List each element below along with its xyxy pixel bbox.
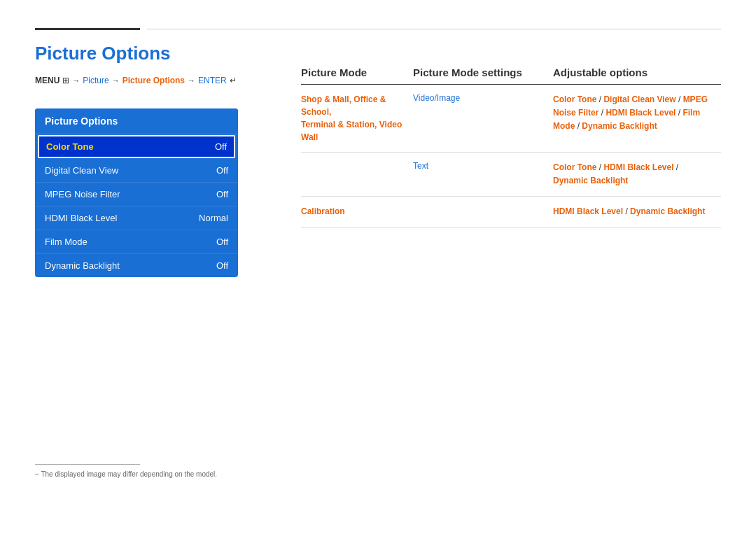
row1-settings: Video/Image xyxy=(413,93,553,103)
row1-adj-digital-clean-view: Digital Clean View xyxy=(603,94,676,104)
panel-box: Picture Options Color Tone Off Digital C… xyxy=(35,108,238,277)
row2-adj-hdmi: HDMI Black Level xyxy=(603,162,673,172)
row3-adj-hdmi: HDMI Black Level xyxy=(553,206,623,216)
color-tone-value: Off xyxy=(215,141,227,152)
bottom-note-text: − The displayed image may differ dependi… xyxy=(35,470,217,478)
row1-adj-sep2: / xyxy=(678,94,683,104)
row2-adj-sep2: / xyxy=(676,162,678,172)
film-mode-label: Film Mode xyxy=(45,237,88,247)
row2-adj-dynamic-backlight: Dynamic Backlight xyxy=(553,176,628,185)
table-header: Picture Mode Picture Mode settings Adjus… xyxy=(301,66,721,85)
divider-long xyxy=(147,29,721,29)
menu-item-mpeg-noise-filter[interactable]: MPEG Noise Filter Off xyxy=(35,183,238,206)
right-table: Picture Mode Picture Mode settings Adjus… xyxy=(301,66,721,228)
header-picture-mode-settings: Picture Mode settings xyxy=(413,66,553,78)
digital-clean-view-value: Off xyxy=(216,165,228,176)
row3-mode-text: Calibration xyxy=(301,206,345,216)
panel-header: Picture Options xyxy=(35,108,238,134)
bottom-note-divider xyxy=(35,464,140,465)
menu-item-color-tone[interactable]: Color Tone Off xyxy=(38,135,235,158)
color-tone-label: Color Tone xyxy=(46,141,94,152)
menu-item-digital-clean-view[interactable]: Digital Clean View Off xyxy=(35,159,238,183)
row2-adj-color-tone: Color Tone xyxy=(553,162,596,172)
table-row-1: Shop & Mall, Office & School,Terminal & … xyxy=(301,85,721,153)
row1-adjustable: Color Tone / Digital Clean View / MPEG N… xyxy=(553,93,721,134)
breadcrumb-arrow-2: → xyxy=(112,76,120,85)
dynamic-backlight-value: Off xyxy=(216,260,228,271)
row1-adj-hdmi: HDMI Black Level xyxy=(606,108,676,118)
breadcrumb-enter-icon: ↵ xyxy=(230,76,237,85)
bottom-note: − The displayed image may differ dependi… xyxy=(35,464,217,478)
page-title: Picture Options xyxy=(35,43,721,64)
row2-adjustable: Color Tone / HDMI Black Level / Dynamic … xyxy=(553,161,721,188)
table-row-3: Calibration HDMI Black Level / Dynamic B… xyxy=(301,197,721,227)
mpeg-noise-filter-value: Off xyxy=(216,189,228,199)
row1-settings-text: Video/Image xyxy=(413,93,460,103)
breadcrumb-arrow-3: → xyxy=(188,76,195,85)
row1-adj-color-tone: Color Tone xyxy=(553,94,596,104)
row1-adj-dynamic-backlight: Dynamic Backlight xyxy=(582,121,657,131)
row3-adj-dynamic-backlight: Dynamic Backlight xyxy=(630,206,705,216)
divider-short xyxy=(35,28,140,30)
digital-clean-view-label: Digital Clean View xyxy=(45,165,118,176)
mpeg-noise-filter-label: MPEG Noise Filter xyxy=(45,189,120,199)
menu-item-hdmi-black-level[interactable]: HDMI Black Level Normal xyxy=(35,206,238,230)
menu-item-dynamic-backlight[interactable]: Dynamic Backlight Off xyxy=(35,254,238,277)
top-dividers xyxy=(35,28,721,30)
row1-mode: Shop & Mall, Office & School,Terminal & … xyxy=(301,93,413,143)
table-row-2: Text Color Tone / HDMI Black Level / Dyn… xyxy=(301,153,721,197)
hdmi-black-level-label: HDMI Black Level xyxy=(45,213,117,223)
hdmi-black-level-value: Normal xyxy=(199,213,228,223)
row3-adjustable: HDMI Black Level / Dynamic Backlight xyxy=(553,205,721,218)
row2-settings-text: Text xyxy=(413,161,428,171)
film-mode-value: Off xyxy=(216,237,228,247)
breadcrumb-arrow-1: → xyxy=(72,76,80,85)
breadcrumb-enter-label: ENTER xyxy=(198,76,227,85)
breadcrumb-picture-link[interactable]: Picture xyxy=(83,76,108,85)
row2-settings: Text xyxy=(413,161,553,171)
breadcrumb-menu-label: MENU xyxy=(35,76,59,85)
row1-mode-text: Shop & Mall, Office & School,Terminal & … xyxy=(301,94,402,142)
breadcrumb-picture-options-link[interactable]: Picture Options xyxy=(122,76,185,85)
header-adjustable-options: Adjustable options xyxy=(553,66,721,78)
row3-mode: Calibration xyxy=(301,205,413,218)
breadcrumb-menu-icon: ⊞ xyxy=(62,76,69,85)
menu-item-film-mode[interactable]: Film Mode Off xyxy=(35,230,238,254)
dynamic-backlight-label: Dynamic Backlight xyxy=(45,260,120,271)
header-picture-mode: Picture Mode xyxy=(301,66,413,78)
page-container: Picture Options MENU ⊞ → Picture → Pictu… xyxy=(0,0,756,534)
left-panel: Picture Options Color Tone Off Digital C… xyxy=(35,108,238,277)
